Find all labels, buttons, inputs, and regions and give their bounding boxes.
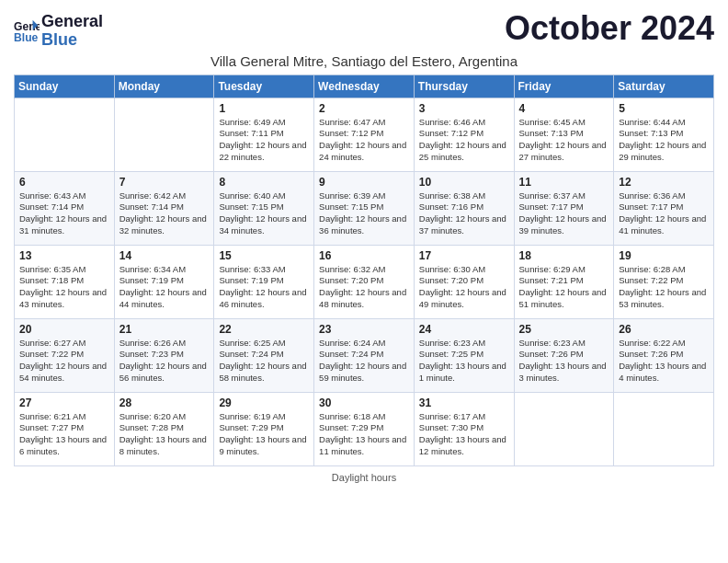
- subtitle: Villa General Mitre, Santiago del Estero…: [14, 53, 714, 69]
- calendar-cell: 23Sunrise: 6:24 AMSunset: 7:24 PMDayligh…: [314, 318, 415, 392]
- cell-info: Sunrise: 6:17 AMSunset: 7:30 PMDaylight:…: [419, 411, 509, 458]
- day-header-friday: Friday: [514, 75, 614, 98]
- day-header-wednesday: Wednesday: [314, 75, 415, 98]
- day-header-saturday: Saturday: [614, 75, 714, 98]
- calendar-cell: [114, 98, 214, 171]
- calendar-cell: 2Sunrise: 6:47 AMSunset: 7:12 PMDaylight…: [314, 98, 415, 171]
- cell-info: Sunrise: 6:45 AMSunset: 7:13 PMDaylight:…: [519, 117, 609, 164]
- cell-info: Sunrise: 6:44 AMSunset: 7:13 PMDaylight:…: [619, 117, 709, 164]
- day-number: 9: [319, 176, 409, 189]
- cell-info: Sunrise: 6:23 AMSunset: 7:25 PMDaylight:…: [419, 338, 509, 385]
- calendar-cell: 19Sunrise: 6:28 AMSunset: 7:22 PMDayligh…: [614, 245, 714, 318]
- cell-info: Sunrise: 6:22 AMSunset: 7:26 PMDaylight:…: [619, 338, 709, 385]
- day-header-tuesday: Tuesday: [214, 75, 314, 98]
- calendar-cell: 31Sunrise: 6:17 AMSunset: 7:30 PMDayligh…: [414, 392, 514, 465]
- calendar-cell: 29Sunrise: 6:19 AMSunset: 7:29 PMDayligh…: [214, 392, 314, 465]
- cell-info: Sunrise: 6:39 AMSunset: 7:15 PMDaylight:…: [319, 190, 409, 237]
- cell-info: Sunrise: 6:20 AMSunset: 7:28 PMDaylight:…: [119, 411, 210, 458]
- calendar-cell: 13Sunrise: 6:35 AMSunset: 7:18 PMDayligh…: [15, 245, 115, 318]
- day-number: 31: [419, 396, 509, 409]
- cell-info: Sunrise: 6:47 AMSunset: 7:12 PMDaylight:…: [319, 117, 409, 164]
- calendar-cell: 5Sunrise: 6:44 AMSunset: 7:13 PMDaylight…: [614, 98, 714, 171]
- logo-text: General Blue: [41, 13, 103, 50]
- cell-info: Sunrise: 6:32 AMSunset: 7:20 PMDaylight:…: [319, 264, 409, 311]
- cell-info: Sunrise: 6:25 AMSunset: 7:24 PMDaylight:…: [219, 338, 309, 385]
- logo-icon: General Blue: [14, 18, 40, 44]
- cell-info: Sunrise: 6:24 AMSunset: 7:24 PMDaylight:…: [319, 338, 409, 385]
- calendar-week-4: 20Sunrise: 6:27 AMSunset: 7:22 PMDayligh…: [15, 318, 714, 392]
- calendar-cell: 6Sunrise: 6:43 AMSunset: 7:14 PMDaylight…: [15, 171, 115, 245]
- calendar-cell: 28Sunrise: 6:20 AMSunset: 7:28 PMDayligh…: [114, 392, 214, 465]
- calendar-week-2: 6Sunrise: 6:43 AMSunset: 7:14 PMDaylight…: [15, 171, 714, 245]
- calendar-cell: 25Sunrise: 6:23 AMSunset: 7:26 PMDayligh…: [514, 318, 614, 392]
- day-header-thursday: Thursday: [414, 75, 514, 98]
- day-number: 14: [119, 249, 210, 262]
- day-number: 20: [19, 323, 109, 336]
- day-header-monday: Monday: [114, 75, 214, 98]
- day-number: 18: [519, 249, 609, 262]
- calendar-cell: 11Sunrise: 6:37 AMSunset: 7:17 PMDayligh…: [514, 171, 614, 245]
- cell-info: Sunrise: 6:19 AMSunset: 7:29 PMDaylight:…: [219, 411, 309, 458]
- cell-info: Sunrise: 6:38 AMSunset: 7:16 PMDaylight:…: [419, 190, 509, 237]
- calendar-cell: 12Sunrise: 6:36 AMSunset: 7:17 PMDayligh…: [614, 171, 714, 245]
- calendar-cell: 9Sunrise: 6:39 AMSunset: 7:15 PMDaylight…: [314, 171, 415, 245]
- footer-note: Daylight hours: [14, 472, 714, 483]
- calendar-cell: 8Sunrise: 6:40 AMSunset: 7:15 PMDaylight…: [214, 171, 314, 245]
- cell-info: Sunrise: 6:30 AMSunset: 7:20 PMDaylight:…: [419, 264, 509, 311]
- day-number: 30: [319, 396, 409, 409]
- day-number: 24: [419, 323, 509, 336]
- cell-info: Sunrise: 6:28 AMSunset: 7:22 PMDaylight:…: [619, 264, 709, 311]
- calendar-cell: 3Sunrise: 6:46 AMSunset: 7:12 PMDaylight…: [414, 98, 514, 171]
- day-number: 27: [19, 396, 109, 409]
- cell-info: Sunrise: 6:49 AMSunset: 7:11 PMDaylight:…: [219, 117, 309, 164]
- calendar-cell: 10Sunrise: 6:38 AMSunset: 7:16 PMDayligh…: [414, 171, 514, 245]
- day-number: 6: [19, 176, 109, 189]
- day-number: 12: [619, 176, 709, 189]
- calendar-cell: 21Sunrise: 6:26 AMSunset: 7:23 PMDayligh…: [114, 318, 214, 392]
- day-number: 21: [119, 323, 210, 336]
- calendar-week-3: 13Sunrise: 6:35 AMSunset: 7:18 PMDayligh…: [15, 245, 714, 318]
- day-number: 17: [419, 249, 509, 262]
- calendar-week-1: 1Sunrise: 6:49 AMSunset: 7:11 PMDaylight…: [15, 98, 714, 171]
- day-number: 16: [319, 249, 409, 262]
- cell-info: Sunrise: 6:33 AMSunset: 7:19 PMDaylight:…: [219, 264, 309, 311]
- header: General Blue General Blue October 2024: [14, 9, 714, 50]
- calendar-cell: 17Sunrise: 6:30 AMSunset: 7:20 PMDayligh…: [414, 245, 514, 318]
- month-title: October 2024: [505, 9, 714, 48]
- day-number: 22: [219, 323, 309, 336]
- header-row: SundayMondayTuesdayWednesdayThursdayFrid…: [15, 75, 714, 98]
- cell-info: Sunrise: 6:37 AMSunset: 7:17 PMDaylight:…: [519, 190, 609, 237]
- logo: General Blue General Blue: [14, 13, 103, 50]
- cell-info: Sunrise: 6:18 AMSunset: 7:29 PMDaylight:…: [319, 411, 409, 458]
- calendar-cell: 4Sunrise: 6:45 AMSunset: 7:13 PMDaylight…: [514, 98, 614, 171]
- calendar-cell: [614, 392, 714, 465]
- day-number: 19: [619, 249, 709, 262]
- cell-info: Sunrise: 6:35 AMSunset: 7:18 PMDaylight:…: [19, 264, 109, 311]
- day-number: 2: [319, 102, 409, 115]
- day-number: 10: [419, 176, 509, 189]
- calendar-cell: 15Sunrise: 6:33 AMSunset: 7:19 PMDayligh…: [214, 245, 314, 318]
- day-number: 8: [219, 176, 309, 189]
- calendar-cell: 7Sunrise: 6:42 AMSunset: 7:14 PMDaylight…: [114, 171, 214, 245]
- day-number: 29: [219, 396, 309, 409]
- calendar-cell: 22Sunrise: 6:25 AMSunset: 7:24 PMDayligh…: [214, 318, 314, 392]
- cell-info: Sunrise: 6:40 AMSunset: 7:15 PMDaylight:…: [219, 190, 309, 237]
- day-number: 4: [519, 102, 609, 115]
- calendar-cell: 20Sunrise: 6:27 AMSunset: 7:22 PMDayligh…: [15, 318, 115, 392]
- calendar-cell: 30Sunrise: 6:18 AMSunset: 7:29 PMDayligh…: [314, 392, 415, 465]
- calendar-cell: 26Sunrise: 6:22 AMSunset: 7:26 PMDayligh…: [614, 318, 714, 392]
- day-number: 25: [519, 323, 609, 336]
- cell-info: Sunrise: 6:36 AMSunset: 7:17 PMDaylight:…: [619, 190, 709, 237]
- day-number: 28: [119, 396, 210, 409]
- calendar-cell: 27Sunrise: 6:21 AMSunset: 7:27 PMDayligh…: [15, 392, 115, 465]
- calendar-week-5: 27Sunrise: 6:21 AMSunset: 7:27 PMDayligh…: [15, 392, 714, 465]
- cell-info: Sunrise: 6:27 AMSunset: 7:22 PMDaylight:…: [19, 338, 109, 385]
- calendar-cell: 24Sunrise: 6:23 AMSunset: 7:25 PMDayligh…: [414, 318, 514, 392]
- calendar-table: SundayMondayTuesdayWednesdayThursdayFrid…: [14, 75, 714, 466]
- cell-info: Sunrise: 6:29 AMSunset: 7:21 PMDaylight:…: [519, 264, 609, 311]
- calendar-cell: 16Sunrise: 6:32 AMSunset: 7:20 PMDayligh…: [314, 245, 415, 318]
- day-number: 15: [219, 249, 309, 262]
- day-number: 7: [119, 176, 210, 189]
- calendar-cell: [15, 98, 115, 171]
- day-number: 11: [519, 176, 609, 189]
